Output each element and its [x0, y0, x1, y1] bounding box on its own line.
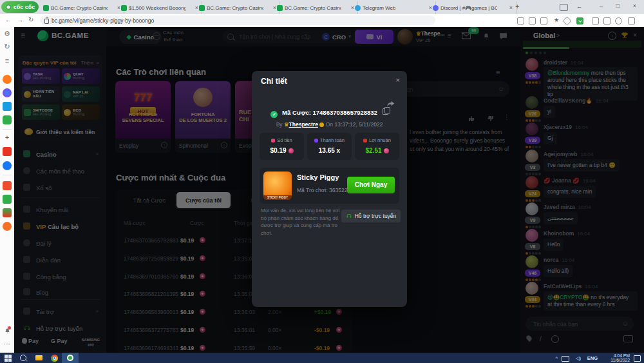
screen: cốc cốc BC.Game: Crypto Casino Gan × $1,…: [0, 0, 644, 363]
messenger-icon[interactable]: [3, 88, 12, 97]
divider: [3, 129, 12, 130]
coccoc-taskbar-active[interactable]: [62, 353, 79, 363]
browser-tab-1[interactable]: BC.Game: Crypto Casino Gan ×: [40, 1, 124, 14]
language-indicator[interactable]: ENG: [587, 355, 598, 361]
history-icon[interactable]: ↻: [3, 42, 12, 51]
modal-close-icon[interactable]: ×: [396, 76, 400, 84]
save-page-icon[interactable]: [517, 17, 524, 25]
headset-icon: [346, 213, 352, 219]
adblock-shield-icon[interactable]: [564, 17, 571, 25]
browser-tabbar: cốc cốc BC.Game: Crypto Casino Gan × $1,…: [0, 0, 644, 14]
game-info-panel: STICKY PIGGY Sticky Piggy Mã Trò chơi: 3…: [260, 168, 399, 204]
notifications-bell-icon[interactable]: [3, 326, 12, 335]
bcgame-favicon: [199, 5, 205, 11]
network-icon[interactable]: [562, 356, 569, 362]
extension-icon[interactable]: [592, 17, 599, 25]
bet-datetime: 13:37:12, 5/11/2022: [334, 121, 383, 128]
maximize-button[interactable]: □: [616, 3, 620, 9]
medal-icon: [319, 123, 324, 127]
share-icon[interactable]: [540, 17, 547, 25]
copy-icon[interactable]: [383, 108, 388, 115]
new-tab-button[interactable]: +: [515, 3, 519, 10]
add-app-icon[interactable]: +: [3, 133, 12, 142]
browser-tab-3[interactable]: BC.Game: Crypto Casino Gan ×: [196, 1, 280, 14]
store-icon[interactable]: [3, 195, 12, 204]
game-name: Sticky Piggy: [297, 173, 339, 181]
youtube-icon[interactable]: [3, 147, 12, 156]
reload-button[interactable]: ↻: [28, 16, 33, 23]
bet-user-link[interactable]: Thespectre: [289, 121, 318, 128]
settings-icon[interactable]: ⚙: [3, 29, 12, 38]
tab-title: $1,500 Weekend Booongo M: [129, 5, 185, 11]
crown-icon: ♛: [284, 121, 289, 128]
verified-icon: ✓: [270, 111, 278, 118]
coccoc-brand-button[interactable]: cốc cốc: [1, 1, 39, 13]
windows-taskbar: ^ ◁) ENG 4:04 PM 11/6/2022: [0, 353, 644, 363]
notification-dot: [8, 326, 11, 329]
bcgame-favicon: [277, 5, 283, 11]
recent-tabs-icon[interactable]: ←: [576, 3, 582, 10]
gem-icon: [289, 148, 294, 153]
chrome-icon[interactable]: [50, 354, 58, 362]
game-thumbnail[interactable]: STICKY PIGGY: [263, 172, 292, 200]
hot-trends-icon[interactable]: [3, 75, 12, 84]
deals-icon[interactable]: [3, 208, 12, 217]
divider: [3, 175, 12, 175]
url-text: bc.game/vi/game/sticky-piggy-by-booongo: [52, 17, 154, 24]
bet-author-row: By ♛Thespectre On 13:37:12, 5/11/2022: [252, 121, 407, 128]
browser-tab-6[interactable]: Discord | #🎮games | BC G ×: [430, 1, 516, 14]
support-note: Mọi vấn đề, xin vui lòng liên hệ với bộ …: [261, 207, 343, 237]
bookmark-star-icon[interactable]: ★: [554, 17, 559, 23]
bcgame-favicon: [43, 5, 49, 11]
tray-expand-icon[interactable]: ^: [555, 355, 558, 361]
download-manager-icon[interactable]: [576, 17, 583, 25]
tab-title: Telegram Web: [363, 5, 395, 11]
back-button[interactable]: ←: [5, 16, 12, 23]
coccoc-icon: [67, 355, 73, 361]
action-center-icon[interactable]: [634, 355, 641, 362]
forward-button[interactable]: →: [17, 16, 23, 23]
stat-profit: Lợi nhuận $2.51: [355, 133, 399, 160]
gem-icon: [384, 148, 389, 153]
tab-title: BC.Game: Crypto Casino Gan: [285, 5, 341, 11]
live-support-button[interactable]: Hỗ trợ trực tuyến: [341, 210, 401, 222]
browser-sidebar: ⚙ ↻ ≡ + ⋯: [0, 27, 15, 353]
taskbar-search-icon[interactable]: [19, 354, 27, 362]
tab-title: Discord | #🎮games | BC G: [440, 5, 497, 11]
media-icon[interactable]: [603, 17, 611, 25]
tab-title: BC.Game: Crypto Casino Gan: [207, 5, 263, 11]
close-window-button[interactable]: ×: [633, 3, 636, 9]
start-button[interactable]: [4, 354, 12, 362]
facebook-icon[interactable]: [3, 161, 12, 170]
shopee-icon[interactable]: [3, 181, 12, 190]
gamepad-icon[interactable]: [3, 115, 12, 124]
discord-favicon: [433, 5, 439, 11]
reading-list-icon[interactable]: ≡: [3, 56, 12, 65]
profile-icon[interactable]: [615, 17, 622, 25]
cart-icon[interactable]: [3, 222, 12, 231]
minimize-button[interactable]: –: [600, 3, 603, 9]
stat-amount: Số tiền $0.19: [260, 133, 304, 160]
bet-details-modal: Chi tiết × ✓ Mã Cược: 174863703865792883…: [252, 71, 407, 307]
file-explorer-icon[interactable]: [35, 354, 43, 362]
coccoc-logo-icon: [5, 4, 12, 10]
tab-title: BC.Game: Crypto Casino Gan: [51, 5, 108, 11]
site-viewport: ≡ BC.GAME Đặc quyền VIP của tôi Thêm > T…: [14, 27, 644, 353]
tab-capture-icon[interactable]: [560, 4, 568, 11]
lock-icon: [44, 19, 49, 24]
browser-tab-4[interactable]: BC.Game: Crypto Casino Gan ×: [274, 1, 358, 14]
more-icon[interactable]: ⋯: [3, 339, 12, 348]
zalo-icon[interactable]: [3, 102, 12, 111]
volume-icon[interactable]: ◁): [576, 355, 581, 361]
modal-title: Chi tiết: [261, 77, 287, 86]
url-field[interactable]: bc.game/vi/game/sticky-piggy-by-booongo: [40, 15, 435, 25]
downloads-tray-icon[interactable]: [628, 17, 635, 25]
browser-tab-2[interactable]: $1,500 Weekend Booongo M ×: [118, 1, 202, 14]
brand-label: cốc cốc: [14, 4, 35, 10]
tab-close-icon[interactable]: ×: [509, 5, 513, 11]
stat-payout: Thanh toán 13.65 x: [307, 133, 352, 160]
taskbar-clock[interactable]: 4:04 PM 11/6/2022: [611, 353, 630, 363]
translate-icon[interactable]: [529, 17, 536, 25]
browser-tab-5[interactable]: Telegram Web ×: [352, 1, 436, 14]
play-now-button[interactable]: Chơi Ngay: [347, 177, 395, 193]
